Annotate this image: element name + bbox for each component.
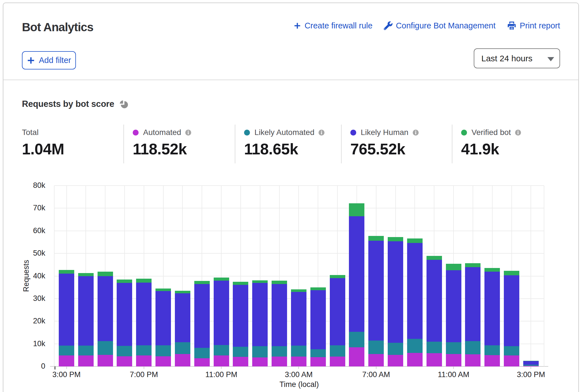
bar-segment-automated (484, 355, 500, 366)
print-report-label: Print report (520, 21, 560, 30)
stat-likely-automated: Likely Automated118.65k (235, 125, 341, 163)
x-tick-mark (144, 366, 144, 369)
bar-segment-automated (155, 356, 171, 366)
bar-segment-verified-bot (291, 289, 306, 292)
page-title: Bot Analytics (22, 21, 93, 33)
stat-verified-bot: Verified bot41.9k (452, 125, 560, 163)
section-title-row: Requests by bot score (22, 99, 128, 109)
bar-segment-automated (291, 357, 306, 366)
gridline-y-60k (54, 231, 544, 231)
bar-segment-likely-automated (194, 348, 210, 358)
bar-segment-likely-human (330, 278, 345, 345)
gridline-x-left-edge (54, 186, 55, 366)
bar-segment-automated (78, 355, 94, 366)
bar-segment-automated (310, 357, 326, 366)
bar-segment-likely-automated (117, 346, 132, 356)
x-tick-label: 3:00 AM (285, 370, 313, 379)
bar-segment-likely-human (98, 276, 113, 341)
bar-segment-automated (214, 355, 229, 366)
y-tick-label: 10k (23, 339, 45, 348)
bar-segment-likely-automated (504, 346, 519, 355)
bar-segment-likely-automated (291, 346, 306, 357)
y-axis-title: Requests (22, 260, 31, 292)
print-report-link[interactable]: Print report (507, 21, 560, 30)
bar-segment-verified-bot (155, 289, 171, 291)
bar-segment-likely-automated (465, 341, 481, 354)
stat-total: Total1.04M (22, 125, 123, 163)
bar-segment-likely-human (349, 216, 364, 332)
x-tick-label: 11:00 AM (438, 370, 469, 379)
y-tick-label: 60k (23, 226, 45, 235)
x-tick-mark (221, 366, 222, 369)
create-firewall-rule-link[interactable]: Create firewall rule (294, 21, 373, 30)
time-range-select[interactable]: Last 24 hours (474, 48, 560, 68)
bar-segment-verified-bot (407, 238, 423, 243)
bar-segment-verified-bot (310, 287, 326, 290)
bar-segment-likely-human (291, 292, 306, 346)
bar-segment-likely-automated (214, 345, 229, 355)
info-icon[interactable] (515, 129, 521, 136)
x-tick-label: 3:00 PM (517, 370, 545, 379)
bar-segment-automated (272, 357, 287, 366)
bar-segment-verified-bot (59, 270, 74, 274)
bar-segment-likely-automated (446, 342, 461, 354)
create-firewall-rule-label: Create firewall rule (304, 21, 373, 30)
stat-label: Automated (143, 128, 181, 137)
bar-segment-likely-automated (484, 345, 500, 355)
bar-segment-verified-bot (388, 237, 403, 241)
y-tick-label: 30k (23, 294, 45, 303)
gridline-x-hour (531, 186, 531, 366)
bar-segment-likely-human (214, 281, 229, 345)
x-tick-mark (531, 366, 531, 369)
bar-segment-likely-human (252, 283, 268, 346)
add-filter-button[interactable]: Add filter (22, 51, 76, 69)
legend-dot (244, 130, 250, 136)
bar-segment-automated (407, 353, 423, 366)
bar-segment-likely-human (175, 293, 190, 342)
stat-likely-human: Likely Human765.52k (341, 125, 452, 163)
bar-segment-likely-human (523, 361, 539, 365)
configure-bot-management-link[interactable]: Configure Bot Management (384, 21, 496, 30)
bar-segment-likely-automated (407, 339, 423, 353)
bar-segment-verified-bot (330, 275, 345, 278)
bar-segment-likely-automated (388, 343, 403, 355)
time-range-value: Last 24 hours (474, 54, 533, 63)
bar-segment-verified-bot (446, 264, 461, 270)
info-icon[interactable] (412, 129, 419, 136)
bar-segment-likely-human (136, 283, 152, 345)
stat-label: Likely Human (361, 128, 409, 137)
bar-segment-verified-bot (523, 361, 539, 361)
stats-row: Total1.04MAutomated118.52kLikely Automat… (22, 125, 560, 163)
bar-segment-automated (233, 357, 248, 366)
bar-segment-likely-human (310, 290, 326, 349)
stat-label-row: Likely Human (350, 129, 452, 136)
bar-segment-automated (59, 355, 74, 366)
bar-segment-verified-bot (78, 273, 94, 276)
legend-dot (461, 130, 467, 136)
bar-segment-likely-human (484, 272, 500, 345)
bar-segment-likely-human (233, 285, 248, 347)
add-filter-label: Add filter (39, 56, 71, 65)
info-icon[interactable] (185, 129, 191, 136)
bar-segment-likely-automated (349, 332, 364, 347)
gridline-x-right-edge (544, 186, 544, 366)
x-tick-label: 3:00 PM (52, 370, 81, 379)
stat-value: 41.9k (461, 140, 560, 158)
bar-segment-likely-automated (330, 345, 345, 357)
x-tick-mark (376, 366, 376, 369)
header-actions: Create firewall ruleConfigure Bot Manage… (294, 21, 560, 30)
info-icon[interactable] (318, 129, 325, 136)
bar-segment-likely-automated (368, 341, 384, 354)
x-tick-mark (453, 366, 454, 369)
bar-segment-automated (98, 355, 113, 366)
bar-segment-likely-automated (155, 345, 171, 356)
bar-segment-likely-automated (78, 346, 94, 355)
stat-label-row: Automated (133, 129, 235, 136)
bar-segment-verified-bot (465, 263, 481, 267)
y-tick-label: 70k (23, 204, 45, 212)
bar-segment-automated (504, 355, 519, 366)
bar-segment-verified-bot (175, 291, 190, 293)
bar-segment-likely-automated (175, 342, 190, 354)
bar-segment-automated (388, 355, 403, 366)
bar-segment-likely-human (272, 284, 287, 346)
